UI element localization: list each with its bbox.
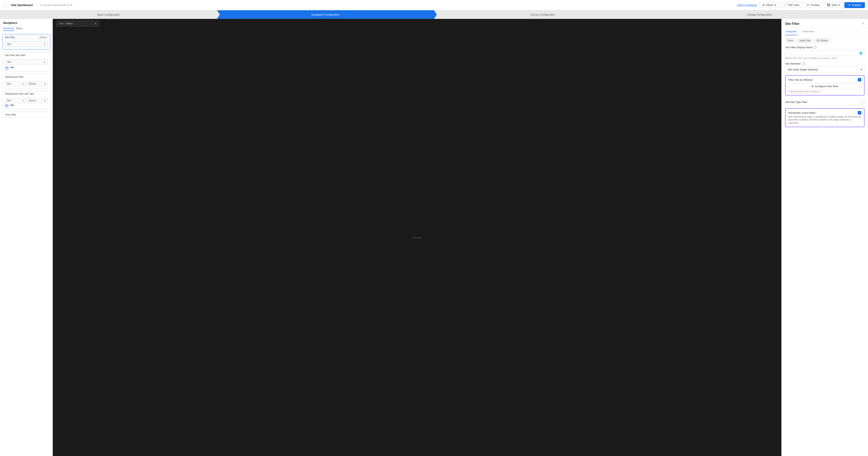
right-tabs: Navigator Parameter [781,28,868,35]
add-site-type-checkbox[interactable] [861,100,864,104]
configure-filter-rule-button[interactable]: ⚙ Configure Filter Rule [788,83,861,90]
chevron-down-icon: ∨ [22,82,24,85]
publish-button[interactable]: ✈ Publish [844,2,865,8]
filter-by-attribute-label: Filter Site by Attribute [788,78,813,81]
filter-by-attribute-section: Filter Site by Attribute ✓ ⚙ Configure F… [785,75,864,95]
chevron-down-icon: ▾ [861,68,862,71]
display-name-input-wrap: 🌐 [785,50,864,56]
left-panel: Navigators Business Basic Site Filter Ad… [0,19,53,456]
how-to-configure-link[interactable]: How to Configure [737,4,757,6]
save-chevron-icon: ▾ [838,4,840,6]
others-label: Others [766,4,774,6]
card-tab1: Tab [5,66,9,69]
step-canvas[interactable]: Canvas Configuration [434,10,651,19]
card-tab2: Tab [10,66,14,69]
others-button[interactable]: ⚙ Others ▾ [760,2,779,8]
remember-asset-filters-section: Remember Asset Filters ✓ After refreshin… [785,108,864,127]
tab-business[interactable]: Business [3,26,14,31]
list-item[interactable]: Site&Device Filter Site ∨ Device ∨ [2,74,50,88]
chevron-down-icon: ∨ [44,61,45,63]
preview-icon: 👁 [807,4,809,6]
filter-by-attribute-checkbox[interactable]: ✓ [858,78,861,82]
list-item[interactable]: Site&Device Filter with Tabs Site ∨ Devi… [2,91,50,109]
site-selection-value: Site Node Single Selection [788,68,818,71]
configure-btn-label: Configure Filter Rule [815,85,838,88]
save-icon: 💾 [827,4,830,6]
site-selection-help-icon[interactable]: ? [802,62,805,65]
chip-farm[interactable]: Farm [785,38,796,43]
header-nav-links: How to Configure [737,4,757,6]
chip-ev[interactable]: EV Station [814,38,831,43]
steps-bar: Basic Configuration Navigation Configura… [0,10,868,19]
tab-parameter[interactable]: Parameter [802,28,815,35]
card-title: Site Filter with Tabs [5,54,25,57]
display-name-input[interactable] [785,50,864,56]
card-site-select: Site ∨ [5,81,26,86]
preview-label: Preview [810,4,819,6]
card-select: Site ∨ [5,59,48,65]
tab-basic[interactable]: Basic [16,26,23,31]
step-linkage-label: Linkage Configuration [747,13,772,16]
draft-text: Last Auto Saved Draft 11:21 [43,4,72,6]
card-tab2: Tab [10,104,14,107]
chevron-down-icon: ▾ [95,22,96,25]
display-name-help-icon[interactable]: ? [814,46,817,49]
step-navigation[interactable]: Navigation Configuration [217,10,434,19]
card-body: Site ∨ Device ∨ [3,80,50,88]
filter-by-attribute-row: Filter Site by Attribute ✓ [788,78,861,82]
right-panel-body: Farm Hydro Site EV Station Site Filter D… [781,35,868,456]
draft-status: ⏱ Last Auto Saved Draft 11:21 [39,4,72,6]
step-canvas-label: Canvas Configuration [530,13,555,16]
tab-navigator[interactable]: Navigator [785,28,798,35]
chip-hydro[interactable]: Hydro Site [797,38,813,43]
main-layout: Navigators Business Basic Site Filter Ad… [0,19,868,456]
step-linkage[interactable]: Linkage Configuration [651,10,868,19]
others-icon: ⚙ [763,4,765,6]
site-select-value: Select [66,22,93,25]
card-title: Time Filter [5,113,16,116]
canvas-area: Site: Select ▾ Canvas [53,19,781,456]
card-header: Site&Device Filter [3,74,50,80]
save-button[interactable]: 💾 Save ▾ [824,2,843,8]
canvas-label: Canvas [412,236,422,239]
card-header: Site&Device Filter with Tabs [3,91,50,97]
close-button[interactable]: × [862,22,864,26]
remember-asset-filters-row: Remember Asset Filters ✓ [788,111,861,115]
card-device-row: Site ∨ Device ∨ [5,98,48,103]
site-label: Site: [59,22,64,25]
card-device-select: Device ∨ [27,98,48,103]
chevron-down-icon: ∨ [44,99,46,102]
card-tabs-row: Tab Tab [5,103,48,107]
left-tabs: Business Basic [0,26,53,31]
publish-icon: ✈ [848,4,851,7]
remember-asset-filters-checkbox[interactable]: ✓ [858,111,861,115]
header-btn-group: ⚙ Others ▾ 📄 PDF View 👁 Preview 💾 Save ▾… [760,2,865,8]
list-item[interactable]: Site Filter with Tabs Site ∨ Tab Tab [2,52,50,71]
card-title: Site Filter [5,36,15,39]
list-item[interactable]: Time Filter [2,111,50,118]
step-basic[interactable]: Basic Configuration [0,10,217,19]
preview-button[interactable]: 👁 Preview [804,2,823,8]
card-header: Site Filter with Tabs [3,52,50,58]
list-item[interactable]: Site Filter Added Site ∨ [2,34,50,50]
filter-icon: ⚙ [811,85,814,88]
pdf-view-button[interactable]: 📄 PDF View [781,2,802,8]
card-device-row: Site ∨ Device ∨ [5,81,48,86]
right-panel: Site Filter × Navigator Parameter Farm H… [781,19,868,456]
right-panel-title: Site Filter [785,22,800,26]
others-chevron-icon: ▾ [775,4,776,6]
back-icon: ← [4,4,7,7]
back-button[interactable]: ← [3,2,9,8]
chevron-down-icon: ∨ [44,82,46,85]
card-body: Site ∨ [3,40,50,50]
add-site-type-label: Add Site Type Filter [785,101,807,103]
chevron-down-icon: ∨ [44,43,45,46]
canvas-top-bar: Site: Select ▾ [53,19,781,28]
card-body: Site ∨ Device ∨ Tab Tab [3,97,50,109]
site-selection-dropdown[interactable]: Site Node Single Selection ▾ [785,66,864,73]
step-navigation-label: Navigation Configuration [312,13,339,16]
navigators-title: Navigators [0,19,53,26]
header: ← Site Dashboard | ⏱ Last Auto Saved Dra… [0,0,868,10]
site-select-wrap[interactable]: Site: Select ▾ [56,21,99,27]
page-title: Site Dashboard [11,3,33,7]
